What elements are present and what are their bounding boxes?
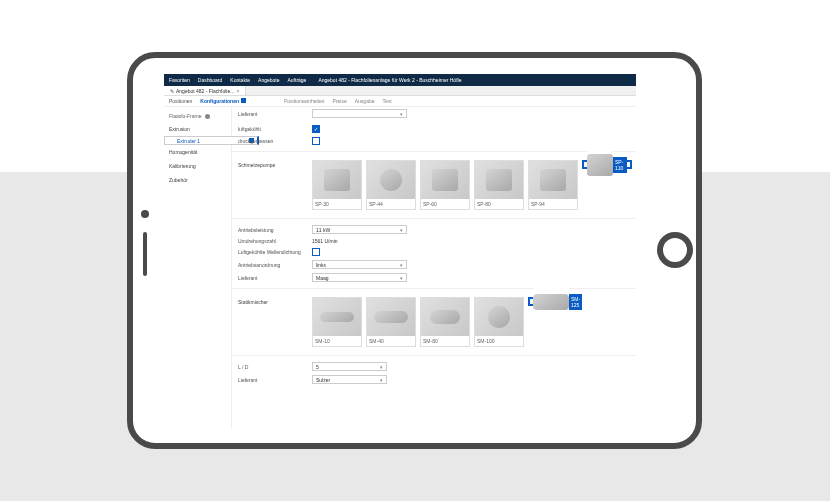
pump-grid: SP-30 SP-44 SP-60 SP-80 SP-94 SP-110 <box>312 158 632 212</box>
subtab-positionen[interactable]: Positionen <box>169 98 192 104</box>
select-lieferant-1[interactable]: ▾ <box>312 109 407 118</box>
sidebar-item-zubehoer[interactable]: Zubehör <box>164 173 231 187</box>
label-luftgekuehlte-wellendichtung: Luftgekühlte Wellendichtung <box>232 249 312 255</box>
tab-label: Angebot 482 - Flachfolie... <box>176 88 234 94</box>
select-lieferant-2[interactable]: Maag▾ <box>312 273 407 282</box>
subtab-preise[interactable]: Preise <box>333 98 347 104</box>
select-lieferant-3[interactable]: Sulzer▾ <box>312 375 387 384</box>
sidebar: Flaaxfo-Frame Extrusion Extruder 1 Homog… <box>164 107 232 428</box>
group-schmelzepumpe: Schmelzepumpe <box>232 158 312 168</box>
label-luftgekuehlt: luftgekühlt <box>232 126 312 132</box>
pump-label: SP-80 <box>475 199 523 209</box>
tab-angebot-482[interactable]: ✎ Angebot 482 - Flachfolie... × <box>164 86 246 95</box>
mixer-grid: SM-10 SM-40 SM-80 SM-100 SM-125 <box>312 295 578 349</box>
mixer-label: SM-125 <box>569 294 582 310</box>
top-nav: Favoriten Dashboard Kontakte Angebote Au… <box>164 74 636 86</box>
nav-angebote[interactable]: Angebote <box>258 77 279 83</box>
mixer-card-sm-80[interactable]: SM-80 <box>420 297 470 347</box>
value-umdrehungszahl: 1561 U/min <box>312 238 338 244</box>
sidebar-item-kalibrierung[interactable]: Kalibrierung <box>164 159 231 173</box>
sidebar-header: Flaaxfo-Frame <box>164 110 231 122</box>
pump-card-sp-110[interactable]: SP-110 <box>582 160 632 169</box>
sidebar-item-extrusion[interactable]: Extrusion <box>164 122 231 136</box>
mixer-card-sm-100[interactable]: SM-100 <box>474 297 524 347</box>
tablet-camera <box>141 210 149 218</box>
mixer-card-sm-125[interactable]: SM-125 <box>528 297 578 306</box>
select-ld[interactable]: 5▾ <box>312 362 387 371</box>
tablet-speaker <box>143 232 147 276</box>
label-antriebsleistung: Antriebsleistung <box>232 227 312 233</box>
nav-auftraege[interactable]: Aufträge <box>287 77 306 83</box>
checkbox-luftgekuehlt[interactable]: ✓ <box>312 125 320 133</box>
label-druckgemessen: druckgemessen <box>232 138 312 144</box>
pump-card-sp-44[interactable]: SP-44 <box>366 160 416 210</box>
pump-card-sp-80[interactable]: SP-80 <box>474 160 524 210</box>
pump-card-sp-60[interactable]: SP-60 <box>420 160 470 210</box>
sidebar-item-homogenitaet[interactable]: Homogenität <box>164 145 231 159</box>
label-antriebsanordnung: Antriebsanordnung <box>232 262 312 268</box>
pencil-icon: ✎ <box>170 88 174 94</box>
checkbox-druckgemessen[interactable] <box>312 137 320 145</box>
chevron-down-icon: ▾ <box>400 275 403 281</box>
pump-label: SP-44 <box>367 199 415 209</box>
select-antriebsanordnung[interactable]: links▾ <box>312 260 407 269</box>
window-tabs: ✎ Angebot 482 - Flachfolie... × <box>164 86 636 96</box>
sub-header: Positionen Konfigurationen Positionseinh… <box>164 96 636 107</box>
subtab-text[interactable]: Text <box>383 98 392 104</box>
subtab-ausgabe[interactable]: Ausgabe <box>355 98 375 104</box>
label-umdrehungszahl: Umdrehungszahl <box>232 238 312 244</box>
mixer-label: SM-100 <box>475 336 523 346</box>
mixer-card-sm-40[interactable]: SM-40 <box>366 297 416 347</box>
close-icon[interactable]: × <box>236 88 239 94</box>
pump-label: SP-60 <box>421 199 469 209</box>
label-lieferant: Lieferant <box>232 111 312 117</box>
chevron-down-icon: ▾ <box>400 227 403 233</box>
pump-label: SP-30 <box>313 199 361 209</box>
group-statikmischer: Statikmischer <box>232 295 312 305</box>
nav-dashboard[interactable]: Dashboard <box>198 77 222 83</box>
tablet-home-button[interactable] <box>657 232 693 268</box>
mixer-label: SM-10 <box>313 336 361 346</box>
grid-icon <box>241 98 246 103</box>
subtab-positionseinheiten[interactable]: Positionseinheiten <box>284 98 325 104</box>
pump-label: SP-94 <box>529 199 577 209</box>
breadcrumb: Angebot 482 - Flachfolienanlage für Werk… <box>318 77 461 83</box>
select-antriebsleistung[interactable]: 11 kW▾ <box>312 225 407 234</box>
checkbox-wellendichtung[interactable] <box>312 248 320 256</box>
nav-favoriten[interactable]: Favoriten <box>169 77 190 83</box>
chevron-down-icon: ▾ <box>400 111 403 117</box>
nav-kontakte[interactable]: Kontakte <box>230 77 250 83</box>
chevron-down-icon: ▾ <box>380 364 383 370</box>
chevron-down-icon: ▾ <box>400 262 403 268</box>
label-lieferant-3: Lieferant <box>232 377 312 383</box>
label-lieferant-2: Lieferant <box>232 275 312 281</box>
content-area: Lieferant ▾ luftgekühlt ✓ druckgemessen … <box>232 107 636 428</box>
chevron-down-icon: ▾ <box>380 377 383 383</box>
mixer-card-sm-10[interactable]: SM-10 <box>312 297 362 347</box>
subtab-konfigurationen[interactable]: Konfigurationen <box>200 98 246 104</box>
label-ld: L / D <box>232 364 312 370</box>
user-icon <box>205 114 210 119</box>
pump-label: SP-110 <box>613 157 627 173</box>
mixer-label: SM-40 <box>367 336 415 346</box>
pump-card-sp-30[interactable]: SP-30 <box>312 160 362 210</box>
pump-card-sp-94[interactable]: SP-94 <box>528 160 578 210</box>
mixer-label: SM-80 <box>421 336 469 346</box>
